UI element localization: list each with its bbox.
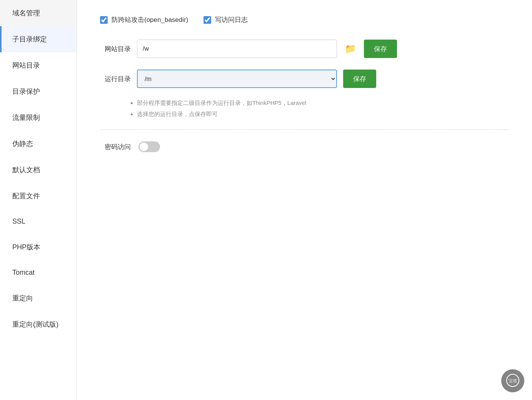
password-access-toggle[interactable] <box>138 141 160 152</box>
sidebar-item-traffic-limit[interactable]: 流量限制 <box>0 105 77 131</box>
sidebar-item-website-dir[interactable]: 网站目录 <box>0 52 77 78</box>
sidebar: 域名管理 子目录绑定 网站目录 目录保护 流量限制 伪静态 默认文档 配置文件 … <box>0 0 77 400</box>
website-dir-label: 网站目录 <box>100 45 131 53</box>
sidebar-item-pseudo-static[interactable]: 伪静态 <box>0 131 77 157</box>
run-dir-save-button[interactable]: 保存 <box>343 70 376 88</box>
website-dir-input[interactable] <box>137 40 337 58</box>
access-log-checkbox-item[interactable]: 写访问日志 <box>203 15 248 24</box>
sidebar-item-ssl[interactable]: SSL <box>0 209 77 234</box>
checkbox-row: 防跨站攻击(open_basedir) 写访问日志 <box>100 15 509 24</box>
folder-icon[interactable]: 📁 <box>343 42 358 56</box>
password-access-label: 密码访问 <box>100 143 131 151</box>
sidebar-item-domain-mgmt[interactable]: 域名管理 <box>0 0 77 26</box>
password-access-row: 密码访问 <box>100 141 509 152</box>
sidebar-item-redirect[interactable]: 重定向 <box>0 285 77 311</box>
cross-site-checkbox-item[interactable]: 防跨站攻击(open_basedir) <box>100 15 188 24</box>
section-divider <box>100 129 509 130</box>
logo-text: 宝塔 <box>506 373 520 388</box>
sidebar-item-subdir-bind[interactable]: 子目录绑定 <box>0 26 77 52</box>
access-log-label: 写访问日志 <box>215 15 248 24</box>
sidebar-item-default-doc[interactable]: 默认文档 <box>0 157 77 183</box>
main-content: 防跨站攻击(open_basedir) 写访问日志 网站目录 📁 保存 运行目录… <box>77 0 532 400</box>
hint-item-1: 部分程序需要指定二级目录作为运行目录，如ThinkPHP5，Laravel <box>137 100 509 107</box>
hint-item-2: 选择您的运行目录，点保存即可 <box>137 111 509 118</box>
website-dir-save-button[interactable]: 保存 <box>364 40 397 58</box>
hint-list: 部分程序需要指定二级目录作为运行目录，如ThinkPHP5，Laravel 选择… <box>137 100 509 118</box>
run-dir-row: 运行目录 /m / 保存 <box>100 70 509 88</box>
run-dir-label: 运行目录 <box>100 75 131 83</box>
toggle-slider <box>138 141 160 152</box>
cross-site-label: 防跨站攻击(open_basedir) <box>112 15 188 24</box>
website-dir-row: 网站目录 📁 保存 <box>100 40 509 58</box>
cross-site-checkbox[interactable] <box>100 16 108 24</box>
access-log-checkbox[interactable] <box>203 16 211 24</box>
sidebar-item-config-file[interactable]: 配置文件 <box>0 183 77 209</box>
sidebar-item-php-version[interactable]: PHP版本 <box>0 234 77 260</box>
sidebar-item-tomcat[interactable]: Tomcat <box>0 260 77 285</box>
bottom-logo: 宝塔 <box>501 369 524 392</box>
run-dir-select[interactable]: /m / <box>137 70 337 88</box>
sidebar-item-redirect-test[interactable]: 重定向(测试版) <box>0 311 77 337</box>
sidebar-item-dir-protect[interactable]: 目录保护 <box>0 78 77 105</box>
svg-text:宝塔: 宝塔 <box>509 378 517 383</box>
